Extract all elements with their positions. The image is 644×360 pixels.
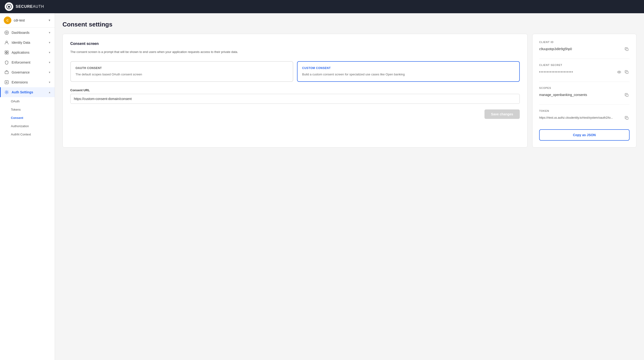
section-desc: The consent screen is a prompt that will… bbox=[70, 50, 520, 55]
section-title: Consent screen bbox=[70, 42, 520, 46]
identity-data-chevron: ▼ bbox=[48, 41, 51, 44]
sidebar-item-applications[interactable]: Applications ▼ bbox=[0, 47, 55, 57]
identity-data-icon bbox=[4, 40, 9, 45]
custom-consent-card[interactable]: CUSTOM CONSENT Build a custom consent sc… bbox=[297, 61, 520, 82]
tenant-selector[interactable]: C cdr-test ▼ bbox=[0, 13, 55, 28]
token-label: TOKEN bbox=[539, 109, 630, 112]
applications-chevron: ▼ bbox=[48, 51, 51, 54]
svg-rect-16 bbox=[626, 94, 628, 96]
extensions-icon bbox=[4, 80, 9, 84]
sidebar-item-extensions[interactable]: Extensions ▼ bbox=[0, 77, 55, 87]
extensions-chevron: ▼ bbox=[48, 81, 51, 84]
svg-point-11 bbox=[6, 91, 7, 93]
sidebar-item-enforcement[interactable]: Enforcement ▼ bbox=[0, 57, 55, 67]
tenant-name: cdr-test bbox=[14, 18, 46, 22]
svg-rect-15 bbox=[626, 71, 628, 73]
svg-rect-7 bbox=[5, 53, 6, 54]
page-title: Consent settings bbox=[62, 21, 636, 28]
dashboards-chevron: ▼ bbox=[48, 31, 51, 34]
consent-url-label: Consent URL bbox=[70, 88, 520, 92]
scopes-row: manage_openbanking_consents bbox=[539, 92, 630, 98]
copy-json-button[interactable]: Copy as JSON bbox=[539, 129, 630, 141]
sidebar-item-dashboards[interactable]: Dashboards ▼ bbox=[0, 28, 55, 38]
token-section: TOKEN https://rtest.us.authz.cloudentity… bbox=[539, 109, 630, 121]
copy-client-id-button[interactable] bbox=[624, 46, 630, 52]
client-id-value: c9uupotqs3ditr9g5hp0 bbox=[539, 47, 622, 51]
auth-settings-label: Auth Settings bbox=[12, 90, 46, 94]
token-row: https://rtest.us.authz.cloudentity.io/rt… bbox=[539, 115, 630, 121]
token-value: https://rtest.us.authz.cloudentity.io/rt… bbox=[539, 116, 622, 119]
scopes-value: manage_openbanking_consents bbox=[539, 93, 622, 97]
scopes-section: SCOPES manage_openbanking_consents bbox=[539, 87, 630, 98]
logo-text: SECUREAUTH bbox=[16, 4, 44, 9]
left-panel: Consent screen The consent screen is a p… bbox=[62, 34, 528, 148]
client-secret-section: CLIENT SECRET •••••••••••••••••••••• bbox=[539, 64, 630, 75]
sub-nav-tokens[interactable]: Tokens bbox=[0, 105, 55, 114]
right-panel: CLIENT ID c9uupotqs3ditr9g5hp0 bbox=[532, 34, 636, 148]
copy-secret-button[interactable] bbox=[624, 69, 630, 75]
svg-rect-6 bbox=[7, 51, 8, 52]
consent-label: Consent bbox=[11, 116, 23, 120]
copy-scopes-button[interactable] bbox=[624, 92, 630, 98]
svg-point-14 bbox=[619, 72, 620, 73]
authn-context-label: AuthN Context bbox=[11, 133, 31, 136]
governance-icon bbox=[4, 70, 9, 74]
sub-nav-oauth[interactable]: OAuth bbox=[0, 97, 55, 105]
svg-point-2 bbox=[5, 31, 8, 34]
governance-chevron: ▼ bbox=[48, 71, 51, 74]
toggle-secret-button[interactable] bbox=[616, 69, 622, 75]
svg-rect-8 bbox=[7, 53, 8, 54]
enforcement-chevron: ▼ bbox=[48, 61, 51, 64]
sub-nav-authn-context[interactable]: AuthN Context bbox=[0, 130, 55, 139]
logo-icon bbox=[5, 2, 13, 11]
tenant-avatar: C bbox=[4, 16, 11, 24]
governance-label: Governance bbox=[12, 70, 46, 74]
enforcement-icon bbox=[4, 60, 9, 64]
client-secret-label: CLIENT SECRET bbox=[539, 64, 630, 66]
enforcement-label: Enforcement bbox=[12, 60, 46, 64]
applications-icon bbox=[4, 50, 9, 55]
client-id-row: c9uupotqs3ditr9g5hp0 bbox=[539, 46, 630, 52]
consent-url-group: Consent URL bbox=[70, 88, 520, 104]
svg-rect-12 bbox=[626, 48, 628, 51]
client-id-label: CLIENT ID bbox=[539, 41, 630, 43]
scopes-label: SCOPES bbox=[539, 87, 630, 89]
oauth-consent-title: OAUTH CONSENT bbox=[76, 66, 288, 70]
topbar: SECUREAUTH bbox=[0, 0, 644, 13]
svg-rect-9 bbox=[5, 71, 8, 74]
custom-consent-title: CUSTOM CONSENT bbox=[302, 66, 515, 70]
identity-data-label: Identity Data bbox=[12, 41, 46, 44]
applications-label: Applications bbox=[12, 51, 46, 54]
sidebar-item-auth-settings[interactable]: Auth Settings ▲ bbox=[0, 87, 55, 97]
oauth-label: OAuth bbox=[11, 100, 20, 103]
svg-rect-17 bbox=[626, 117, 628, 119]
sidebar: C cdr-test ▼ Dashboards ▼ bbox=[0, 13, 55, 360]
sub-nav-authorization[interactable]: Authorization bbox=[0, 122, 55, 130]
content-area: Consent screen The consent screen is a p… bbox=[62, 34, 636, 148]
oauth-consent-desc: The default scopes based OAuth consent s… bbox=[76, 72, 288, 77]
consent-url-input[interactable] bbox=[70, 94, 520, 104]
svg-rect-1 bbox=[8, 7, 10, 8]
save-button[interactable]: Save changes bbox=[484, 109, 520, 119]
tokens-label: Tokens bbox=[11, 108, 20, 111]
sidebar-item-governance[interactable]: Governance ▼ bbox=[0, 67, 55, 77]
dashboards-label: Dashboards bbox=[12, 31, 46, 34]
sidebar-item-identity-data[interactable]: Identity Data ▼ bbox=[0, 38, 55, 47]
dashboard-icon bbox=[4, 30, 9, 35]
sub-nav-consent[interactable]: Consent bbox=[0, 114, 55, 122]
svg-point-13 bbox=[618, 71, 621, 73]
copy-token-button[interactable] bbox=[624, 115, 630, 121]
tenant-chevron-icon: ▼ bbox=[48, 19, 51, 22]
main-content: Consent settings Consent screen The cons… bbox=[55, 13, 644, 360]
oauth-consent-card[interactable]: OAUTH CONSENT The default scopes based O… bbox=[70, 61, 293, 82]
extensions-label: Extensions bbox=[12, 80, 46, 84]
logo: SECUREAUTH bbox=[5, 2, 44, 11]
auth-settings-icon bbox=[4, 90, 9, 94]
svg-rect-5 bbox=[5, 51, 6, 52]
authorization-label: Authorization bbox=[11, 124, 29, 128]
client-secret-row: •••••••••••••••••••••• bbox=[539, 69, 630, 75]
client-id-section: CLIENT ID c9uupotqs3ditr9g5hp0 bbox=[539, 41, 630, 52]
svg-point-3 bbox=[6, 32, 7, 33]
auth-settings-chevron: ▲ bbox=[48, 91, 51, 94]
client-secret-value: •••••••••••••••••••••• bbox=[539, 70, 614, 74]
